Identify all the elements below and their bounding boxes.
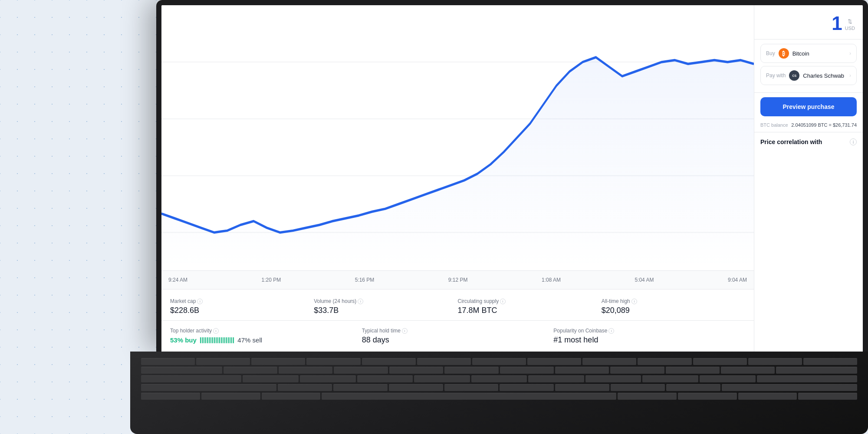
time-axis: 9:24 AM 1:20 PM 5:16 PM 9:12 PM 1:08 AM …: [161, 270, 754, 289]
key-row-4: [141, 384, 857, 391]
key-63: [333, 384, 388, 391]
key-1: [141, 358, 195, 365]
key-51: [757, 375, 857, 382]
circulating-supply-info-icon[interactable]: i: [500, 299, 506, 304]
key-30: [666, 367, 720, 374]
btc-balance-row: BTC balance 2.04051099 BTC = $26,731.74: [754, 120, 863, 132]
chart-svg: [161, 5, 754, 270]
volume-label: Volume (24 hours) i: [314, 298, 450, 304]
key-row-1: [141, 358, 857, 365]
holder-activity-label: Top holder activity i: [170, 328, 355, 334]
bar-seg-11: [217, 337, 219, 343]
key-10: [638, 358, 691, 365]
hold-time-label: Typical hold time i: [362, 328, 547, 334]
buy-section: Buy ₿ Bitcoin › Pay with CS Charles Schw…: [754, 39, 863, 93]
key-24: [334, 367, 388, 374]
hold-time-value: 88 days: [362, 335, 547, 345]
key-85: [678, 393, 737, 400]
bar-seg-20: [233, 337, 234, 343]
volume-stat: Volume (24 hours) i $33.7B: [314, 298, 457, 315]
key-47: [528, 375, 584, 382]
volume-info-icon[interactable]: i: [358, 299, 363, 304]
market-cap-info-icon[interactable]: i: [197, 299, 203, 304]
preview-purchase-button[interactable]: Preview purchase: [760, 97, 857, 116]
schwab-icon: CS: [789, 70, 799, 81]
laptop-container: 9:24 AM 1:20 PM 5:16 PM 9:12 PM 1:08 AM …: [130, 0, 868, 434]
volume-value: $33.7B: [314, 306, 450, 315]
stats-row-1: Market cap i $228.6B Volume (24 hours) i…: [161, 289, 754, 321]
circulating-supply-stat: Circulating supply i 17.8M BTC: [458, 298, 602, 315]
key-45: [414, 375, 470, 382]
buy-bitcoin-row[interactable]: Buy ₿ Bitcoin ›: [760, 44, 857, 63]
key-48: [585, 375, 641, 382]
key-68: [611, 384, 665, 391]
key-row-2: [141, 367, 857, 374]
price-chart: [161, 5, 754, 270]
key-5: [362, 358, 416, 365]
bar-seg-19: [231, 337, 233, 343]
popularity-label: Popularity on Coinbase i: [553, 328, 738, 334]
key-9: [582, 358, 636, 365]
buy-percentage: 53% buy: [170, 336, 197, 344]
key-81: [141, 393, 200, 400]
popularity-info-icon[interactable]: i: [608, 328, 614, 334]
screen-content: 9:24 AM 1:20 PM 5:16 PM 9:12 PM 1:08 AM …: [161, 5, 863, 352]
right-panel: 1 ⇅ USD Buy ₿ Bitcoin: [754, 5, 863, 352]
market-cap-stat: Market cap i $228.6B: [170, 298, 314, 315]
key-13: [803, 358, 857, 365]
key-50: [700, 375, 756, 382]
stats-row-2: Top holder activity i 53% buy: [161, 321, 754, 352]
key-32: [776, 367, 857, 374]
bitcoin-icon: ₿: [779, 48, 789, 59]
holder-activity-info-icon[interactable]: i: [213, 328, 219, 334]
buy-row-left: Buy ₿ Bitcoin: [766, 48, 809, 59]
key-42: [243, 375, 299, 382]
key-83: [262, 393, 321, 400]
pay-row-left: Pay with CS Charles Schwab: [766, 70, 844, 81]
key-61: [141, 384, 276, 391]
bar-seg-7: [210, 337, 212, 343]
bar-seg-1: [200, 337, 201, 343]
all-time-high-value: $20,089: [602, 306, 738, 315]
key-22: [224, 367, 277, 374]
btc-unit-stack: ⇅ USD: [845, 14, 855, 31]
bar-seg-16: [226, 337, 227, 343]
key-row-3: [141, 375, 857, 382]
pay-with-label: Pay with: [766, 72, 786, 79]
popularity-value: #1 most held: [553, 335, 738, 345]
key-27: [500, 367, 554, 374]
key-62: [278, 384, 332, 391]
key-29: [610, 367, 664, 374]
pay-with-chevron: ›: [849, 72, 851, 79]
time-label-6: 5:04 AM: [635, 277, 654, 283]
hold-time-info-icon[interactable]: i: [402, 328, 408, 334]
holder-activity-stat: Top holder activity i 53% buy: [170, 328, 362, 345]
key-2: [196, 358, 250, 365]
all-time-high-info-icon[interactable]: i: [631, 299, 637, 304]
time-label-5: 1:08 AM: [542, 277, 561, 283]
key-spacebar: [322, 393, 616, 400]
all-time-high-stat: All-time high i $20,089: [602, 298, 745, 315]
price-correlation-section: Price correlation with i: [754, 132, 863, 151]
circulating-supply-value: 17.8M BTC: [458, 306, 595, 315]
correlation-info-icon[interactable]: i: [850, 138, 857, 145]
bar-seg-10: [216, 337, 217, 343]
convert-icon[interactable]: ⇅: [848, 18, 852, 25]
bar-seg-8: [212, 337, 214, 343]
key-7: [472, 358, 526, 365]
key-25: [389, 367, 443, 374]
key-26: [444, 367, 498, 374]
balance-label: BTC balance: [760, 122, 788, 128]
key-69: [666, 384, 720, 391]
pay-with-row[interactable]: Pay with CS Charles Schwab ›: [760, 66, 857, 85]
key-70: [722, 384, 857, 391]
balance-value: 2.04051099 BTC = $26,731.74: [791, 122, 857, 128]
key-8: [527, 358, 581, 365]
key-6: [417, 358, 471, 365]
sell-percentage: 47% sell: [237, 336, 262, 344]
key-12: [748, 358, 802, 365]
bar-seg-13: [221, 337, 222, 343]
hold-time-stat: Typical hold time i 88 days: [362, 328, 554, 345]
key-31: [721, 367, 775, 374]
key-11: [693, 358, 747, 365]
